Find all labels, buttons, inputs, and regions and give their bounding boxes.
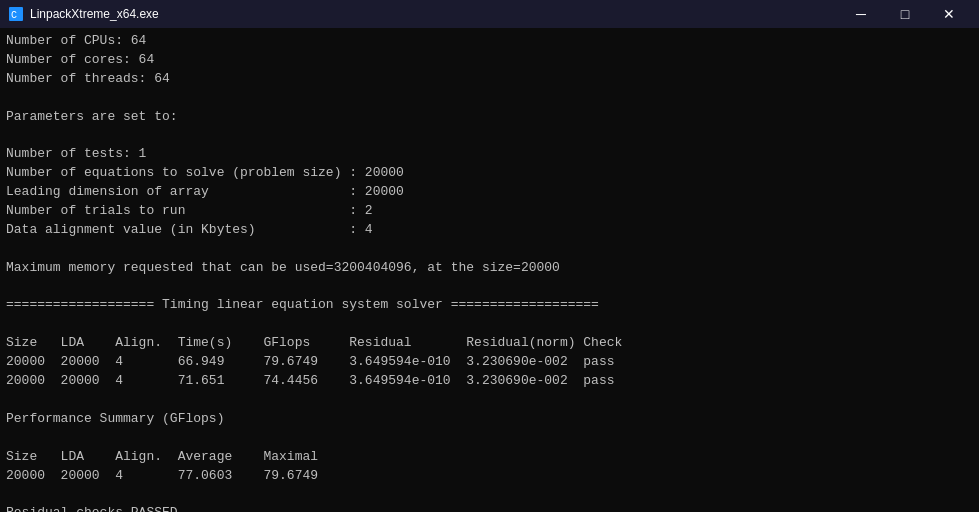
console-line: Size LDA Align. Average Maximal	[6, 448, 973, 467]
console-line: 20000 20000 4 66.949 79.6749 3.649594e-0…	[6, 353, 973, 372]
console-line: =================== Timing linear equati…	[6, 296, 973, 315]
title-bar-left: C LinpackXtreme_x64.exe	[8, 6, 159, 22]
console-line: Size LDA Align. Time(s) GFlops Residual …	[6, 334, 973, 353]
console-line: Number of trials to run : 2	[6, 202, 973, 221]
console-line	[6, 126, 973, 145]
console-output: Number of CPUs: 64Number of cores: 64Num…	[0, 28, 979, 512]
svg-text:C: C	[11, 10, 17, 21]
app-icon: C	[8, 6, 24, 22]
console-line: Leading dimension of array : 20000	[6, 183, 973, 202]
minimize-button[interactable]: ─	[839, 0, 883, 28]
console-line: Number of threads: 64	[6, 70, 973, 89]
console-line: Data alignment value (in Kbytes) : 4	[6, 221, 973, 240]
window-title: LinpackXtreme_x64.exe	[30, 7, 159, 21]
console-line: Maximum memory requested that can be use…	[6, 259, 973, 278]
title-bar: C LinpackXtreme_x64.exe ─ □ ✕	[0, 0, 979, 28]
console-line: Performance Summary (GFlops)	[6, 410, 973, 429]
console-line	[6, 391, 973, 410]
maximize-button[interactable]: □	[883, 0, 927, 28]
console-line: Number of tests: 1	[6, 145, 973, 164]
console-line	[6, 89, 973, 108]
console-line	[6, 485, 973, 504]
console-line	[6, 277, 973, 296]
console-line: Number of equations to solve (problem si…	[6, 164, 973, 183]
console-line: Number of CPUs: 64	[6, 32, 973, 51]
console-line	[6, 240, 973, 259]
close-button[interactable]: ✕	[927, 0, 971, 28]
window: C LinpackXtreme_x64.exe ─ □ ✕ Number of …	[0, 0, 979, 512]
console-line: Number of cores: 64	[6, 51, 973, 70]
console-line	[6, 429, 973, 448]
console-line: Residual checks PASSED	[6, 504, 973, 512]
console-line: 20000 20000 4 71.651 74.4456 3.649594e-0…	[6, 372, 973, 391]
console-line: Parameters are set to:	[6, 108, 973, 127]
console-line: 20000 20000 4 77.0603 79.6749	[6, 467, 973, 486]
console-line	[6, 315, 973, 334]
window-controls: ─ □ ✕	[839, 0, 971, 28]
